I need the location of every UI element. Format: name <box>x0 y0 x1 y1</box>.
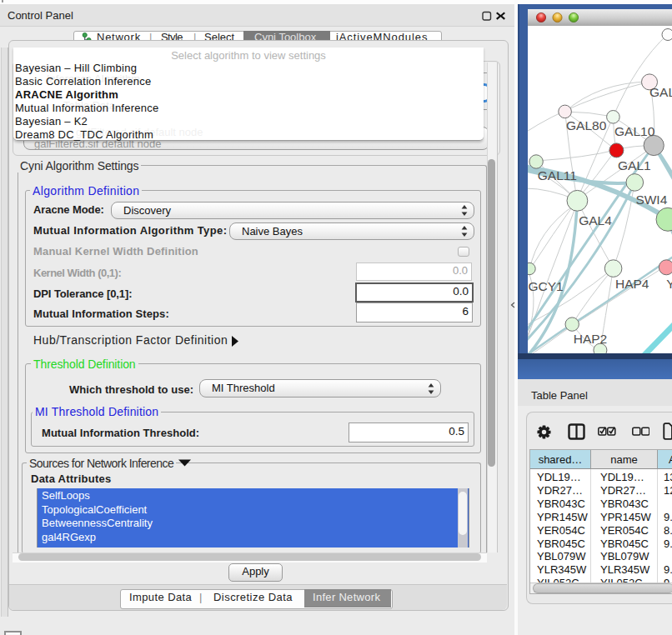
svg-text:GCY1: GCY1 <box>529 279 564 293</box>
svg-text:GAL4: GAL4 <box>579 213 612 228</box>
svg-text:GAL10: GAL10 <box>614 124 655 138</box>
svg-text:HAP2: HAP2 <box>574 332 608 346</box>
svg-text:GAL80: GAL80 <box>566 118 607 132</box>
svg-text:GAL11: GAL11 <box>538 168 577 182</box>
svg-text:GAL2: GAL2 <box>649 85 672 99</box>
svg-text:HAP4: HAP4 <box>615 277 649 291</box>
svg-text:Y: Y <box>666 277 672 291</box>
svg-text:GAL1: GAL1 <box>618 158 651 172</box>
svg-text:SWI4: SWI4 <box>635 192 667 207</box>
